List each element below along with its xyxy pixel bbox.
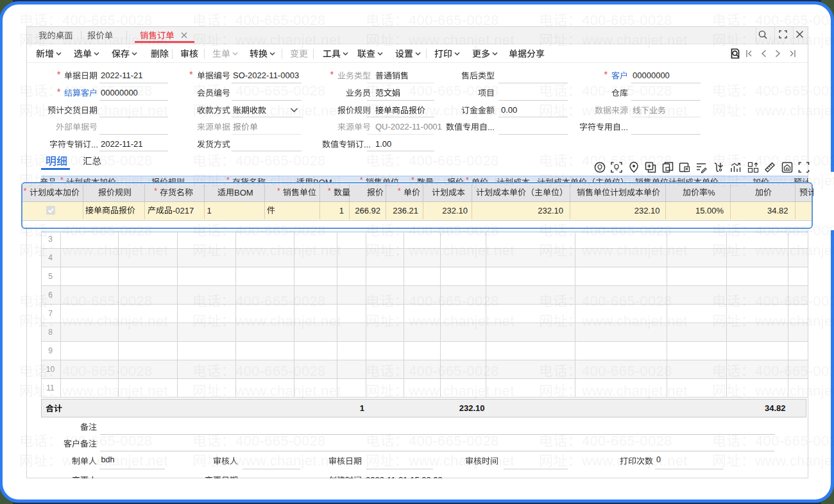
svg-text:www.chanjet.net: www.chanjet.net (62, 172, 168, 189)
svg-text:400-665-0028: 400-665-0028 (582, 363, 672, 379)
svg-text:www.chanjet.net: www.chanjet.net (235, 33, 341, 49)
svg-text:400-665-0028: 400-665-0028 (235, 83, 326, 99)
svg-text:www.chanjet.net: www.chanjet.net (581, 243, 688, 259)
svg-text:400-665-0028: 400-665-0028 (755, 13, 834, 29)
svg-text:400-665-0028: 400-665-0028 (235, 153, 326, 169)
svg-text:www.chanjet.net: www.chanjet.net (581, 103, 688, 119)
svg-text:400-665-0028: 400-665-0028 (755, 363, 834, 379)
svg-text:www.chanjet.net: www.chanjet.net (235, 243, 341, 259)
svg-text:www.chanjet.net: www.chanjet.net (581, 383, 688, 399)
svg-text:400-665-0028: 400-665-0028 (582, 83, 672, 99)
svg-text:www.chanjet.net: www.chanjet.net (408, 313, 515, 329)
svg-text:400-665-0028: 400-665-0028 (62, 13, 153, 29)
svg-text:400-665-0028: 400-665-0028 (409, 363, 499, 379)
svg-text:400-665-0028: 400-665-0028 (755, 83, 834, 99)
svg-text:400-665-0028: 400-665-0028 (755, 153, 834, 169)
svg-text:www.chanjet.net: www.chanjet.net (581, 453, 688, 469)
svg-text:400-665-0028: 400-665-0028 (755, 223, 834, 239)
svg-text:www.chanjet.net: www.chanjet.net (235, 453, 341, 469)
svg-text:400-665-0028: 400-665-0028 (409, 433, 499, 449)
svg-text:www.chanjet.net: www.chanjet.net (62, 103, 168, 119)
svg-text:www.chanjet.net: www.chanjet.net (235, 172, 341, 189)
svg-text:www.chanjet.net: www.chanjet.net (581, 172, 688, 189)
svg-text:www.chanjet.net: www.chanjet.net (62, 313, 168, 329)
svg-text:400-665-0028: 400-665-0028 (235, 433, 326, 449)
svg-text:-0217: -0217 (173, 206, 194, 215)
svg-text:400-665-0028: 400-665-0028 (582, 13, 672, 29)
svg-text:400-665-0028: 400-665-0028 (62, 293, 153, 309)
svg-text:www.chanjet.net: www.chanjet.net (754, 103, 834, 119)
svg-text:400-665-0028: 400-665-0028 (62, 433, 153, 449)
svg-text:www.chanjet.net: www.chanjet.net (754, 243, 834, 259)
svg-text:...: ... (364, 139, 371, 149)
svg-text:www.chanjet.net: www.chanjet.net (754, 383, 834, 399)
svg-text:www.chanjet.net: www.chanjet.net (62, 383, 168, 399)
svg-text:www.chanjet.net: www.chanjet.net (235, 313, 341, 329)
svg-text:400-665-0028: 400-665-0028 (755, 293, 834, 309)
svg-text:www.chanjet.net: www.chanjet.net (408, 383, 515, 399)
svg-text:www.chanjet.net: www.chanjet.net (408, 103, 515, 119)
svg-text:www.chanjet.net: www.chanjet.net (754, 33, 834, 49)
svg-text:400-665-0028: 400-665-0028 (235, 223, 326, 239)
svg-text:www.chanjet.net: www.chanjet.net (408, 453, 515, 469)
svg-text:www.chanjet.net: www.chanjet.net (62, 33, 168, 49)
svg-text:400-665-0028: 400-665-0028 (409, 223, 499, 239)
svg-text:400-665-0028: 400-665-0028 (582, 223, 672, 239)
svg-text:400-665-0028: 400-665-0028 (235, 13, 326, 29)
svg-text:400-665-0028: 400-665-0028 (409, 153, 499, 169)
svg-text:400-665-0028: 400-665-0028 (409, 293, 499, 309)
svg-text:400-665-0028: 400-665-0028 (755, 433, 834, 449)
svg-text:www.chanjet.net: www.chanjet.net (408, 33, 515, 49)
svg-text:www.chanjet.net: www.chanjet.net (235, 103, 341, 119)
svg-text:www.chanjet.net: www.chanjet.net (62, 453, 168, 469)
svg-text:400-665-0028: 400-665-0028 (235, 363, 326, 379)
svg-text:400-665-0028: 400-665-0028 (62, 83, 153, 99)
svg-text:www.chanjet.net: www.chanjet.net (581, 313, 688, 329)
svg-text:400-665-0028: 400-665-0028 (62, 363, 153, 379)
svg-text:400-665-0028: 400-665-0028 (582, 293, 672, 309)
svg-text:www.chanjet.net: www.chanjet.net (754, 453, 834, 469)
svg-text:400-665-0028: 400-665-0028 (582, 153, 672, 169)
svg-text:www.chanjet.net: www.chanjet.net (408, 243, 515, 259)
svg-text:www.chanjet.net: www.chanjet.net (235, 383, 341, 399)
svg-text:400-665-0028: 400-665-0028 (409, 83, 499, 99)
svg-text:400-665-0028: 400-665-0028 (582, 433, 672, 449)
svg-text:www.chanjet.net: www.chanjet.net (581, 33, 688, 49)
svg-text:400-665-0028: 400-665-0028 (235, 293, 326, 309)
svg-text:www.chanjet.net: www.chanjet.net (62, 243, 168, 259)
svg-text:www.chanjet.net: www.chanjet.net (754, 313, 834, 329)
svg-text:400-665-0028: 400-665-0028 (62, 223, 153, 239)
svg-text:400-665-0028: 400-665-0028 (409, 13, 499, 29)
svg-text:www.chanjet.net: www.chanjet.net (408, 172, 515, 189)
svg-text:400-665-0028: 400-665-0028 (62, 153, 153, 169)
svg-text:www.chanjet.net: www.chanjet.net (754, 172, 834, 189)
svg-text:...: ... (91, 139, 98, 149)
